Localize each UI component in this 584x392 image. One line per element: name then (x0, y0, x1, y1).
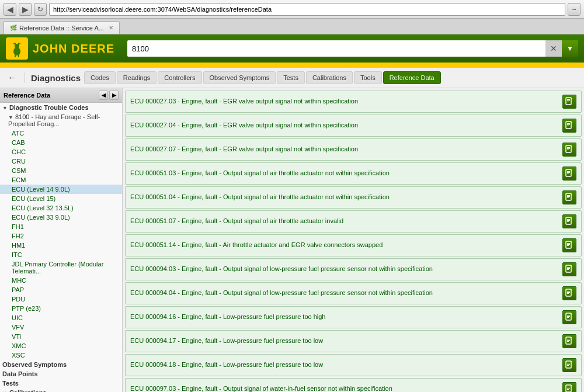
svg-rect-11 (567, 100, 570, 101)
address-bar[interactable] (49, 3, 565, 16)
ecu-doc-icon[interactable] (562, 95, 576, 109)
sidebar-item-pap[interactable]: PAP (0, 285, 122, 294)
sidebar-item-ecu-level33[interactable]: ECU (Level 33 9.0L) (0, 213, 122, 222)
ecu-list-item[interactable]: ECU 000027.07 - Engine, fault - EGR valv… (125, 138, 582, 161)
search-input[interactable] (127, 40, 545, 57)
tab-readings[interactable]: Readings (117, 71, 157, 84)
svg-rect-61 (567, 340, 570, 341)
svg-rect-31 (567, 196, 570, 197)
sidebar-item-xmc[interactable]: XMC (0, 341, 122, 351)
ecu-list-item[interactable]: ECU 000027.03 - Engine, fault - EGR valv… (125, 91, 582, 113)
ecu-list-item[interactable]: ECU 000094.03 - Engine, fault - Output s… (125, 258, 582, 280)
sidebar-item-itc[interactable]: ITC (0, 250, 122, 259)
ecu-doc-icon[interactable] (562, 214, 576, 228)
ecu-doc-icon[interactable] (562, 190, 576, 204)
ecu-doc-icon[interactable] (562, 382, 576, 392)
svg-rect-37 (567, 221, 569, 222)
svg-rect-51 (567, 292, 570, 293)
svg-rect-66 (567, 364, 570, 365)
nav-tabs: Codes Readings Controllers Observed Symp… (84, 71, 441, 84)
sidebar-item-tests[interactable]: Tests (0, 379, 122, 388)
svg-rect-60 (567, 339, 570, 339)
svg-rect-62 (567, 341, 569, 342)
tab-tests[interactable]: Tests (277, 71, 305, 84)
tab-close-button[interactable]: ✕ (109, 25, 113, 31)
ecu-list-item[interactable]: ECU 000097.03 - Engine, fault - Output s… (125, 378, 582, 392)
ecu-list-item[interactable]: ECU 000051.07 - Engine, fault - Output s… (125, 210, 582, 233)
sidebar-item-ecu-level14[interactable]: ECU (Level 14 9.0L) (0, 185, 122, 194)
ecu-item-text: ECU 000094.03 - Engine, fault - Output s… (130, 265, 559, 273)
sidebar-item-ecm[interactable]: ECM (0, 175, 122, 185)
ecu-list-item[interactable]: ECU 000051.03 - Engine, fault - Output s… (125, 162, 582, 185)
search-dropdown-button[interactable]: ▼ (562, 40, 578, 57)
deer-logo-icon (8, 40, 26, 57)
browser-back-button[interactable]: ◀ (4, 3, 16, 16)
tab-calibrations[interactable]: Calibrations (306, 71, 353, 84)
tab-reference-data[interactable]: Reference Data (383, 71, 441, 84)
sidebar-item-cru[interactable]: CRU (0, 157, 122, 166)
sidebar-header-label: Reference Data (4, 92, 50, 99)
browser-go-button[interactable]: → (568, 3, 580, 16)
svg-rect-42 (567, 245, 569, 246)
sidebar-next-button[interactable]: ▶ (109, 91, 119, 100)
sidebar-item-vfv[interactable]: VFV (0, 322, 122, 332)
ecu-doc-icon[interactable] (562, 286, 576, 300)
search-bar: ✕ ▼ (127, 40, 578, 57)
tab-codes[interactable]: Codes (84, 71, 116, 84)
sidebar-item-vti[interactable]: VTi (0, 332, 122, 341)
sidebar-item-chc[interactable]: CHC (0, 147, 122, 157)
sidebar-item-pdu[interactable]: PDU (0, 294, 122, 304)
sidebar-item-csm[interactable]: CSM (0, 166, 122, 175)
jd-logo-box (6, 37, 28, 60)
ecu-doc-icon[interactable] (562, 358, 576, 372)
ecu-list-item[interactable]: ECU 000094.18 - Engine, fault - Low-pres… (125, 354, 582, 376)
browser-forward-button[interactable]: ▶ (19, 3, 32, 16)
ecu-list-item[interactable]: ECU 000027.04 - Engine, fault - EGR valv… (125, 115, 582, 137)
ecu-list-item[interactable]: ECU 000051.04 - Engine, fault - Output s… (125, 186, 582, 209)
svg-rect-67 (567, 365, 569, 366)
sidebar-item-ptp[interactable]: PTP (e23) (0, 304, 122, 313)
sidebar-item-ecu-level15[interactable]: ECU (Level 15) (0, 194, 122, 203)
search-clear-button[interactable]: ✕ (545, 40, 562, 57)
nav-back-button[interactable]: ← (6, 71, 19, 84)
sidebar-item-ecu-level32[interactable]: ECU (Level 32 13.5L) (0, 203, 122, 213)
svg-rect-21 (567, 148, 570, 149)
sidebar-item-uic[interactable]: UIC (0, 313, 122, 322)
sidebar-item-data-points[interactable]: Data Points (0, 369, 122, 379)
svg-rect-5 (13, 43, 16, 44)
svg-rect-8 (18, 54, 19, 57)
ecu-doc-icon[interactable] (562, 238, 576, 252)
ecu-doc-icon[interactable] (562, 334, 576, 348)
sidebar-item-jdl[interactable]: JDL Primary Controller (Modular Telemati… (0, 259, 122, 276)
ecu-doc-icon[interactable] (562, 310, 576, 324)
tab-controllers[interactable]: Controllers (158, 71, 201, 84)
sidebar-item-cab[interactable]: CAB (0, 138, 122, 147)
svg-rect-65 (567, 363, 570, 363)
ecu-doc-icon[interactable] (562, 262, 576, 276)
sidebar-prev-button[interactable]: ◀ (99, 91, 108, 100)
sidebar-item-hm1[interactable]: HM1 (0, 241, 122, 250)
sidebar-item-calibrations[interactable]: ▼Calibrations (0, 388, 122, 392)
browser-tab[interactable]: 🌿 Reference Data :: Service A... ✕ (4, 21, 120, 34)
ecu-list-item[interactable]: ECU 000094.17 - Engine, fault - Low-pres… (125, 330, 582, 352)
sidebar-item-fh2[interactable]: FH2 (0, 231, 122, 241)
sidebar-item-diagnostic-trouble-codes[interactable]: ▼Diagnostic Trouble Codes (0, 103, 122, 112)
tab-observed-symptoms[interactable]: Observed Symptoms (203, 71, 276, 84)
sidebar-item-xsc[interactable]: XSC (0, 351, 122, 360)
ecu-list-item[interactable]: ECU 000094.04 - Engine, fault - Output s… (125, 282, 582, 304)
tab-tools[interactable]: Tools (354, 71, 382, 84)
ecu-list-item[interactable]: ECU 000051.14 - Engine, fault - Air thro… (125, 234, 582, 256)
svg-rect-46 (567, 268, 570, 269)
browser-refresh-button[interactable]: ↻ (34, 3, 47, 16)
svg-rect-55 (567, 315, 570, 315)
ecu-doc-icon[interactable] (562, 166, 576, 181)
sidebar-item-8100[interactable]: ▼8100 - Hay and Forage - Self-Propelled … (0, 112, 122, 129)
sidebar-item-observed-symptoms[interactable]: Observed Symptoms (0, 360, 122, 369)
ecu-doc-icon[interactable] (562, 119, 576, 133)
ecu-item-text: ECU 000027.04 - Engine, fault - EGR valv… (130, 121, 559, 130)
sidebar-item-fh1[interactable]: FH1 (0, 222, 122, 231)
sidebar-item-atc[interactable]: ATC (0, 129, 122, 138)
ecu-doc-icon[interactable] (562, 143, 576, 157)
sidebar-item-mhc[interactable]: MHC (0, 276, 122, 285)
ecu-list-item[interactable]: ECU 000094.16 - Engine, fault - Low-pres… (125, 306, 582, 328)
